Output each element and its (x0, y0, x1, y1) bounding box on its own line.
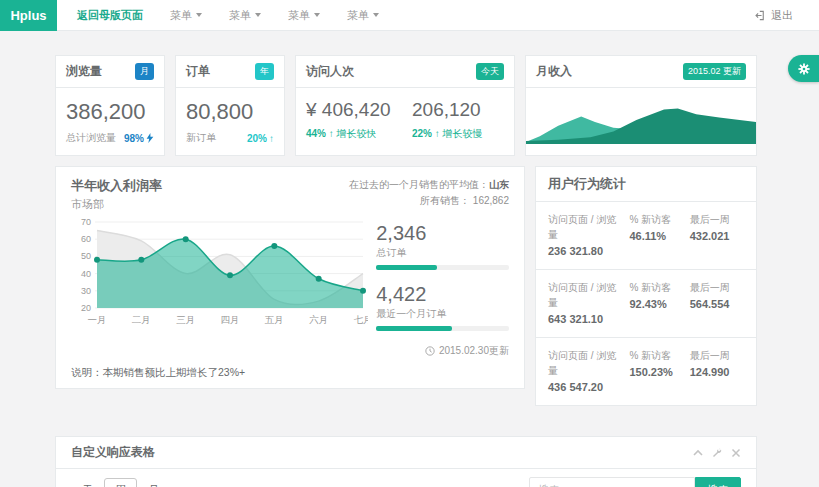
pages-value: 436 547.20 (548, 381, 623, 393)
menu-dropdown-2[interactable]: 菜单 (229, 8, 261, 23)
stat-card-visits: 访问人次 今天 ¥ 406,420 44% ↑ 增长较快 206,120 22%… (295, 55, 515, 156)
profit-panel-footer: 说明：本期销售额比上期增长了23%+ (71, 358, 509, 380)
card-body: 386,200 总计浏览量 98% (56, 88, 164, 155)
menu-label: 菜单 (229, 8, 251, 23)
middle-row: 半年收入利润率 市场部 在过去的一个月销售的平均值：山东 所有销售： 162,8… (55, 166, 757, 406)
panel-tools (693, 448, 741, 458)
last-week-value: 124.990 (690, 366, 744, 378)
menu-label: 菜单 (170, 8, 192, 23)
caret-down-icon (255, 13, 261, 17)
theme-settings-button[interactable] (788, 55, 819, 82)
menu-label: 菜单 (347, 8, 369, 23)
wrench-icon (712, 448, 722, 458)
search-button[interactable]: 搜索 (695, 477, 741, 487)
panel-title: 用户行为统计 (548, 175, 626, 193)
visits-primary-value: ¥ 406,420 (306, 99, 398, 121)
period-badge: 今天 (476, 63, 504, 80)
svg-text:二月: 二月 (132, 314, 151, 325)
back-link[interactable]: 返回母版页面 (77, 8, 143, 23)
svg-text:六月: 六月 (309, 314, 328, 325)
tab-month[interactable]: 月 (137, 478, 170, 487)
period-badge: 月 (135, 63, 154, 80)
close-icon (731, 448, 741, 458)
pages-label: 访问页面 / 浏览量 (548, 212, 623, 242)
orders-label: 新订单 (186, 131, 216, 145)
pages-label: 访问页面 / 浏览量 (548, 280, 623, 310)
month-orders-progress (376, 326, 509, 331)
logout-label: 退出 (771, 8, 793, 23)
level-up-icon: ↑ (435, 128, 440, 139)
card-header: 订单 年 (176, 56, 284, 88)
new-visitors-value: 92.43% (629, 298, 689, 310)
tab-day[interactable]: 天 (71, 478, 104, 487)
total-orders-label: 总订单 (376, 246, 509, 260)
svg-text:60: 60 (81, 234, 91, 244)
panel-title: 自定义响应表格 (71, 444, 155, 461)
views-label: 总计浏览量 (66, 131, 116, 145)
last-week-label: 最后一周 (690, 280, 744, 295)
svg-text:20: 20 (81, 303, 91, 313)
svg-text:30: 30 (81, 286, 91, 296)
logout-button[interactable]: 退出 (755, 8, 793, 23)
new-visitors-label: % 新访客 (629, 348, 689, 363)
behavior-row: 访问页面 / 浏览量436 547.20 % 新访客150.23% 最后一周12… (536, 338, 756, 405)
table-panel-body: 天 周 月 搜索 项目 进度 任务 日期 (56, 469, 756, 487)
svg-text:40: 40 (81, 269, 91, 279)
card-title: 订单 (186, 63, 210, 80)
card-header: 访问人次 今天 (296, 56, 514, 88)
card-header: 月收入 2015.02 更新 (526, 56, 756, 88)
new-visitors-label: % 新访客 (629, 212, 689, 227)
order-stats: 2,346 总订单 4,422 最近一个月订单 2015.02.30更新 (376, 216, 509, 358)
bottom-row: 自定义响应表格 天 周 月 搜索 (55, 436, 757, 487)
last-week-value: 564.554 (690, 298, 744, 310)
svg-text:70: 70 (81, 217, 91, 227)
tab-week[interactable]: 周 (104, 478, 137, 487)
last-week-value: 432.021 (690, 230, 744, 242)
card-title: 浏览量 (66, 63, 102, 80)
new-visitors-label: % 新访客 (629, 280, 689, 295)
svg-text:50: 50 (81, 251, 91, 261)
card-body: ¥ 406,420 44% ↑ 增长较快 206,120 22% ↑ 增长较慢 (296, 88, 514, 151)
page-content: 浏览量 月 386,200 总计浏览量 98% 订单 年 80,800 新订单 (55, 31, 757, 487)
collapse-button[interactable] (693, 448, 703, 458)
menu-dropdown-3[interactable]: 菜单 (288, 8, 320, 23)
month-orders-value: 4,422 (376, 283, 509, 306)
close-button[interactable] (731, 448, 741, 458)
table-toolbar: 天 周 月 搜索 (71, 477, 741, 487)
level-up-icon: ↑ (329, 128, 334, 139)
orders-stat: 20%↑ (247, 133, 274, 144)
caret-down-icon (196, 13, 202, 17)
top-navbar: Hplus 返回母版页面 菜单 菜单 菜单 菜单 退出 (0, 0, 819, 31)
brand-logo[interactable]: Hplus (0, 0, 57, 31)
orders-value: 80,800 (186, 99, 274, 125)
chevron-up-icon (693, 448, 703, 458)
month-orders-label: 最近一个月订单 (376, 307, 509, 321)
search-input[interactable] (529, 477, 695, 487)
responsive-table-panel: 自定义响应表格 天 周 月 搜索 (55, 436, 757, 487)
search-bar: 搜索 (529, 477, 741, 487)
bolt-icon (146, 133, 154, 143)
panel-subtitle: 市场部 (71, 197, 162, 212)
level-up-icon: ↑ (269, 133, 274, 144)
profit-panel-body: 203040506070一月二月三月四月五月六月七月 2,346 总订单 4,4… (71, 216, 509, 358)
pages-value: 643 321.10 (548, 313, 623, 325)
profit-note: 说明：本期销售额比上期增长了23%+ (71, 366, 245, 380)
card-title: 月收入 (536, 63, 572, 80)
svg-text:五月: 五月 (265, 314, 284, 325)
income-mini-chart (526, 96, 756, 144)
last-week-label: 最后一周 (690, 348, 744, 363)
profit-panel: 半年收入利润率 市场部 在过去的一个月销售的平均值：山东 所有销售： 162,8… (55, 166, 525, 389)
updated-badge: 2015.02 更新 (683, 63, 746, 80)
behavior-panel: 用户行为统计 访问页面 / 浏览量236 321.80 % 新访客46.11% … (535, 166, 757, 406)
menu-dropdown-1[interactable]: 菜单 (170, 8, 202, 23)
profit-panel-header: 半年收入利润率 市场部 在过去的一个月销售的平均值：山东 所有销售： 162,8… (71, 177, 509, 212)
menu-dropdown-4[interactable]: 菜单 (347, 8, 379, 23)
svg-text:三月: 三月 (176, 314, 195, 325)
new-visitors-value: 150.23% (629, 366, 689, 378)
config-button[interactable] (712, 448, 722, 458)
panel-title: 半年收入利润率 (71, 177, 162, 195)
card-body: 80,800 新订单 20%↑ (176, 88, 284, 155)
period-badge: 年 (255, 63, 274, 80)
clock-icon (425, 346, 435, 356)
svg-text:一月: 一月 (88, 314, 107, 325)
